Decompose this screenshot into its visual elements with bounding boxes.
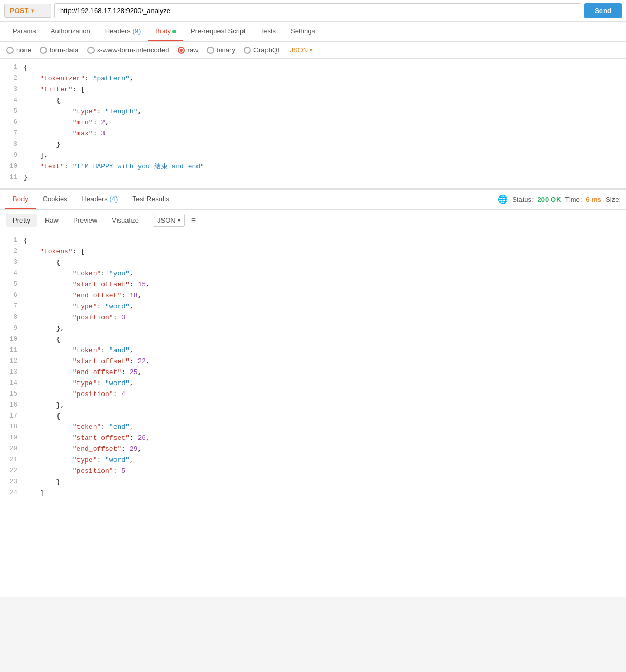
top-bar: POST ▾ Send (0, 0, 626, 22)
response-body-editor: 1 { 2 "tokens": [ 3 { 4 "token": "you", … (0, 231, 626, 597)
wrap-lines-button[interactable]: ≡ (191, 216, 196, 225)
resp-tab-body[interactable]: Body (5, 190, 36, 209)
resp-line-21: 21 "type": "word", (0, 455, 626, 466)
request-code-lines: 1 { 2 "tokenizer": "pattern", 3 "filter"… (0, 59, 626, 188)
resp-line-8: 8 "position": 3 (0, 312, 626, 323)
tab-body[interactable]: Body (148, 22, 183, 41)
resp-line-20: 20 "end_offset": 29, (0, 444, 626, 455)
radio-graphql (244, 47, 251, 54)
request-tabs: Params Authorization Headers (9) Body Pr… (0, 22, 626, 42)
resp-line-17: 17 { (0, 411, 626, 422)
format-dropdown[interactable]: JSON ▾ (289, 46, 312, 54)
resp-line-19: 19 "start_offset": 26, (0, 433, 626, 444)
req-line-11: 11 } (0, 172, 626, 183)
tab-tests[interactable]: Tests (253, 22, 283, 41)
resp-line-24: 24 ] (0, 488, 626, 499)
resp-line-14: 14 "type": "word", (0, 378, 626, 389)
resp-tab-cookies[interactable]: Cookies (36, 190, 75, 209)
resp-line-5: 5 "start_offset": 15, (0, 280, 626, 291)
resp-line-1: 1 { (0, 236, 626, 247)
resp-line-11: 11 "token": "and", (0, 345, 626, 356)
method-dropdown[interactable]: POST ▾ (4, 4, 51, 18)
option-binary[interactable]: binary (207, 46, 235, 54)
send-button[interactable]: Send (584, 3, 622, 18)
resp-line-12: 12 "start_offset": 22, (0, 356, 626, 367)
resp-view-visualize[interactable]: Visualize (106, 214, 145, 227)
response-tabs: Body Cookies Headers (4) Test Results 🌐 … (0, 190, 626, 210)
resp-line-3: 3 { (0, 258, 626, 269)
radio-raw (178, 47, 185, 54)
req-line-10: 10 "text": "I'M HAPPY_with you 结束 and en… (0, 161, 626, 172)
resp-view-pretty[interactable]: Pretty (6, 214, 37, 227)
resp-line-23: 23 } (0, 477, 626, 488)
resp-format-dropdown[interactable]: JSON ▾ (153, 214, 185, 227)
time-value: 6 ms (586, 195, 601, 203)
resp-line-22: 22 "position": 5 (0, 466, 626, 477)
response-view-options: Pretty Raw Preview Visualize JSON ▾ ≡ (0, 210, 626, 231)
radio-urlencoded (87, 47, 95, 54)
status-label: Status: (512, 195, 533, 203)
request-body-editor[interactable]: 1 { 2 "tokenizer": "pattern", 3 "filter"… (0, 59, 626, 190)
radio-none (6, 47, 14, 54)
tab-pre-request[interactable]: Pre-request Script (183, 22, 253, 41)
resp-tab-test-results[interactable]: Test Results (125, 190, 177, 209)
req-line-7: 7 "max": 3 (0, 129, 626, 140)
resp-line-7: 7 "type": "word", (0, 302, 626, 312)
time-label: Time: (565, 195, 582, 203)
option-none[interactable]: none (6, 46, 31, 54)
req-line-5: 5 "type": "length", (0, 107, 626, 118)
option-graphql[interactable]: GraphQL (244, 46, 281, 54)
req-line-2: 2 "tokenizer": "pattern", (0, 74, 626, 85)
resp-line-16: 16 }, (0, 400, 626, 411)
resp-line-2: 2 "tokens": [ (0, 247, 626, 258)
option-raw[interactable]: raw (178, 46, 199, 54)
resp-line-9: 9 }, (0, 323, 626, 334)
resp-line-6: 6 "end_offset": 18, (0, 291, 626, 302)
tab-params[interactable]: Params (5, 22, 43, 41)
response-section: Body Cookies Headers (4) Test Results 🌐 … (0, 190, 626, 597)
format-label: JSON (289, 46, 308, 54)
tab-settings[interactable]: Settings (283, 22, 322, 41)
req-line-6: 6 "min": 2, (0, 118, 626, 129)
resp-tab-headers[interactable]: Headers (4) (75, 190, 125, 209)
status-value: 200 OK (538, 195, 561, 203)
req-line-9: 9 ], (0, 150, 626, 161)
body-type-options: none form-data x-www-form-urlencoded raw… (0, 42, 626, 59)
req-line-4: 4 { (0, 96, 626, 107)
radio-form-data (40, 47, 47, 54)
tab-authorization[interactable]: Authorization (43, 22, 98, 41)
resp-view-preview[interactable]: Preview (67, 214, 103, 227)
resp-line-15: 15 "position": 4 (0, 389, 626, 400)
option-form-data[interactable]: form-data (40, 46, 79, 54)
method-chevron-icon: ▾ (31, 8, 34, 14)
radio-binary (207, 47, 214, 54)
option-urlencoded[interactable]: x-www-form-urlencoded (87, 46, 169, 54)
req-line-8: 8 } (0, 140, 626, 150)
resp-view-raw[interactable]: Raw (39, 214, 65, 227)
response-status-bar: 🌐 Status: 200 OK Time: 6 ms Size: (497, 194, 621, 204)
tab-headers[interactable]: Headers (9) (98, 22, 148, 41)
size-label: Size: (606, 195, 621, 203)
method-label: POST (10, 7, 28, 15)
req-line-3: 3 "filter": [ (0, 85, 626, 96)
resp-line-13: 13 "end_offset": 25, (0, 367, 626, 378)
resp-format-chevron-icon: ▾ (178, 217, 180, 223)
resp-line-10: 10 { (0, 334, 626, 345)
globe-icon: 🌐 (497, 194, 508, 204)
req-line-1: 1 { (0, 63, 626, 74)
resp-line-18: 18 "token": "end", (0, 422, 626, 433)
url-input[interactable] (54, 3, 581, 18)
resp-format-label: JSON (157, 216, 176, 224)
format-chevron-icon: ▾ (310, 47, 312, 53)
resp-line-4: 4 "token": "you", (0, 269, 626, 280)
